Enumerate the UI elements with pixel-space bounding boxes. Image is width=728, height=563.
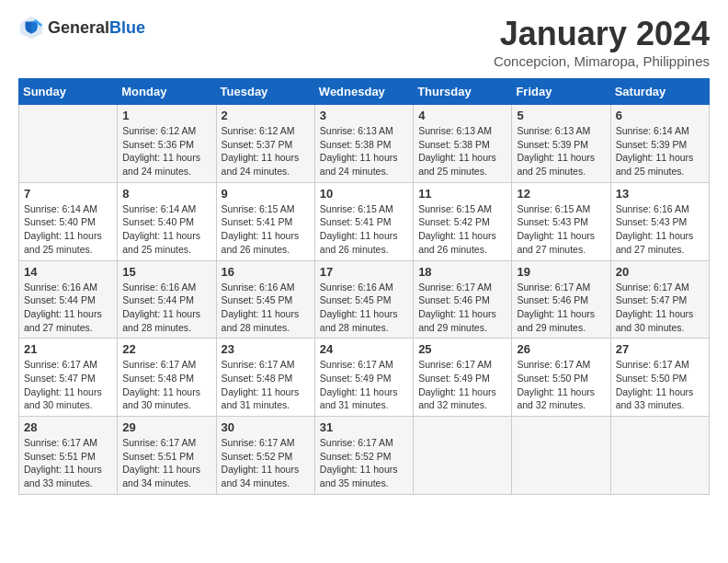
calendar-cell: 12Sunrise: 6:15 AMSunset: 5:43 PMDayligh… [512,182,610,260]
day-number: 12 [517,187,605,201]
calendar-week-row: 21Sunrise: 6:17 AMSunset: 5:47 PMDayligh… [19,339,710,417]
day-number: 31 [320,420,408,434]
logo-blue: Blue [109,18,145,37]
calendar-week-row: 14Sunrise: 6:16 AMSunset: 5:44 PMDayligh… [19,260,710,339]
day-number: 4 [418,109,506,122]
month-title: January 2024 [494,15,710,53]
calendar-cell: 11Sunrise: 6:15 AMSunset: 5:42 PMDayligh… [414,182,512,260]
calendar-cell: 4Sunrise: 6:13 AMSunset: 5:38 PMDaylight… [414,105,512,183]
day-number: 5 [517,109,605,122]
day-number: 8 [122,187,210,201]
logo: GeneralBlue [18,15,145,40]
day-number: 22 [122,342,210,356]
calendar-cell: 6Sunrise: 6:14 AMSunset: 5:39 PMDaylight… [610,105,709,183]
calendar-cell: 5Sunrise: 6:13 AMSunset: 5:39 PMDaylight… [512,105,610,183]
day-info: Sunrise: 6:16 AMSunset: 5:44 PMDaylight:… [122,281,210,335]
day-info: Sunrise: 6:16 AMSunset: 5:45 PMDaylight:… [222,281,310,335]
calendar-table: SundayMondayTuesdayWednesdayThursdayFrid… [18,78,710,495]
day-info: Sunrise: 6:17 AMSunset: 5:52 PMDaylight:… [320,436,408,490]
day-info: Sunrise: 6:16 AMSunset: 5:45 PMDaylight:… [320,281,408,335]
calendar-cell [512,417,610,495]
logo-general: General [48,18,109,37]
calendar-cell: 9Sunrise: 6:15 AMSunset: 5:41 PMDaylight… [216,182,314,260]
day-info: Sunrise: 6:17 AMSunset: 5:48 PMDaylight:… [222,358,310,412]
calendar-week-row: 7Sunrise: 6:14 AMSunset: 5:40 PMDaylight… [19,182,710,260]
day-info: Sunrise: 6:15 AMSunset: 5:41 PMDaylight:… [222,202,310,257]
calendar-cell: 22Sunrise: 6:17 AMSunset: 5:48 PMDayligh… [118,339,216,417]
day-info: Sunrise: 6:17 AMSunset: 5:48 PMDaylight:… [122,358,210,412]
calendar-cell: 30Sunrise: 6:17 AMSunset: 5:52 PMDayligh… [216,417,314,495]
day-info: Sunrise: 6:17 AMSunset: 5:50 PMDaylight:… [517,358,605,412]
day-number: 21 [24,342,112,356]
weekday-header-thursday: Thursday [414,79,512,105]
day-number: 27 [616,342,704,356]
weekday-header-monday: Monday [118,79,216,105]
day-info: Sunrise: 6:17 AMSunset: 5:52 PMDaylight:… [222,436,310,490]
calendar-cell: 28Sunrise: 6:17 AMSunset: 5:51 PMDayligh… [19,417,118,495]
weekday-header-tuesday: Tuesday [216,79,314,105]
calendar-cell: 13Sunrise: 6:16 AMSunset: 5:43 PMDayligh… [610,182,709,260]
day-info: Sunrise: 6:17 AMSunset: 5:50 PMDaylight:… [616,358,704,412]
calendar-cell: 26Sunrise: 6:17 AMSunset: 5:50 PMDayligh… [512,339,610,417]
day-number: 28 [24,420,112,434]
calendar-cell: 24Sunrise: 6:17 AMSunset: 5:49 PMDayligh… [314,339,413,417]
day-number: 20 [616,265,704,279]
day-info: Sunrise: 6:17 AMSunset: 5:51 PMDaylight:… [122,436,210,490]
day-number: 16 [222,265,310,279]
day-number: 15 [122,265,210,279]
day-number: 24 [320,342,408,356]
day-info: Sunrise: 6:12 AMSunset: 5:36 PMDaylight:… [122,124,210,178]
day-number: 17 [320,265,408,279]
day-number: 2 [222,109,310,122]
calendar-week-row: 28Sunrise: 6:17 AMSunset: 5:51 PMDayligh… [19,417,710,495]
calendar-cell: 14Sunrise: 6:16 AMSunset: 5:44 PMDayligh… [19,260,118,339]
calendar-cell: 2Sunrise: 6:12 AMSunset: 5:37 PMDaylight… [216,105,314,183]
day-info: Sunrise: 6:17 AMSunset: 5:51 PMDaylight:… [24,436,112,490]
logo-icon [18,15,44,40]
day-info: Sunrise: 6:12 AMSunset: 5:37 PMDaylight:… [222,124,310,178]
weekday-header-friday: Friday [512,79,610,105]
day-info: Sunrise: 6:17 AMSunset: 5:49 PMDaylight:… [320,358,408,412]
day-number: 26 [517,342,605,356]
day-number: 10 [320,187,408,201]
day-number: 14 [24,265,112,279]
day-info: Sunrise: 6:15 AMSunset: 5:41 PMDaylight:… [320,202,408,257]
day-number: 7 [24,187,112,201]
calendar-cell: 31Sunrise: 6:17 AMSunset: 5:52 PMDayligh… [314,417,413,495]
day-number: 9 [222,187,310,201]
calendar-cell: 10Sunrise: 6:15 AMSunset: 5:41 PMDayligh… [314,182,413,260]
day-info: Sunrise: 6:16 AMSunset: 5:44 PMDaylight:… [24,281,112,335]
calendar-cell [610,417,709,495]
day-info: Sunrise: 6:14 AMSunset: 5:39 PMDaylight:… [616,124,704,178]
day-info: Sunrise: 6:15 AMSunset: 5:42 PMDaylight:… [418,202,506,257]
location-subtitle: Concepcion, Mimaropa, Philippines [494,53,710,69]
weekday-header-saturday: Saturday [610,79,709,105]
day-number: 29 [122,420,210,434]
day-number: 30 [222,420,310,434]
day-number: 11 [418,187,506,201]
day-info: Sunrise: 6:17 AMSunset: 5:47 PMDaylight:… [24,358,112,412]
calendar-cell: 29Sunrise: 6:17 AMSunset: 5:51 PMDayligh… [118,417,216,495]
calendar-cell [414,417,512,495]
day-info: Sunrise: 6:13 AMSunset: 5:39 PMDaylight:… [517,124,605,178]
day-number: 18 [418,265,506,279]
day-number: 1 [122,109,210,122]
day-number: 23 [222,342,310,356]
day-info: Sunrise: 6:13 AMSunset: 5:38 PMDaylight:… [418,124,506,178]
calendar-cell [19,105,118,183]
day-info: Sunrise: 6:16 AMSunset: 5:43 PMDaylight:… [616,202,704,257]
day-info: Sunrise: 6:13 AMSunset: 5:38 PMDaylight:… [320,124,408,178]
calendar-cell: 3Sunrise: 6:13 AMSunset: 5:38 PMDaylight… [314,105,413,183]
calendar-cell: 23Sunrise: 6:17 AMSunset: 5:48 PMDayligh… [216,339,314,417]
weekday-header-wednesday: Wednesday [314,79,413,105]
day-info: Sunrise: 6:17 AMSunset: 5:47 PMDaylight:… [616,281,704,335]
calendar-cell: 19Sunrise: 6:17 AMSunset: 5:46 PMDayligh… [512,260,610,339]
day-info: Sunrise: 6:14 AMSunset: 5:40 PMDaylight:… [122,202,210,257]
calendar-cell: 20Sunrise: 6:17 AMSunset: 5:47 PMDayligh… [610,260,709,339]
logo-text: GeneralBlue [48,18,145,38]
day-info: Sunrise: 6:17 AMSunset: 5:46 PMDaylight:… [517,281,605,335]
calendar-cell: 15Sunrise: 6:16 AMSunset: 5:44 PMDayligh… [118,260,216,339]
day-info: Sunrise: 6:17 AMSunset: 5:46 PMDaylight:… [418,281,506,335]
calendar-cell: 8Sunrise: 6:14 AMSunset: 5:40 PMDaylight… [118,182,216,260]
calendar-cell: 7Sunrise: 6:14 AMSunset: 5:40 PMDaylight… [19,182,118,260]
